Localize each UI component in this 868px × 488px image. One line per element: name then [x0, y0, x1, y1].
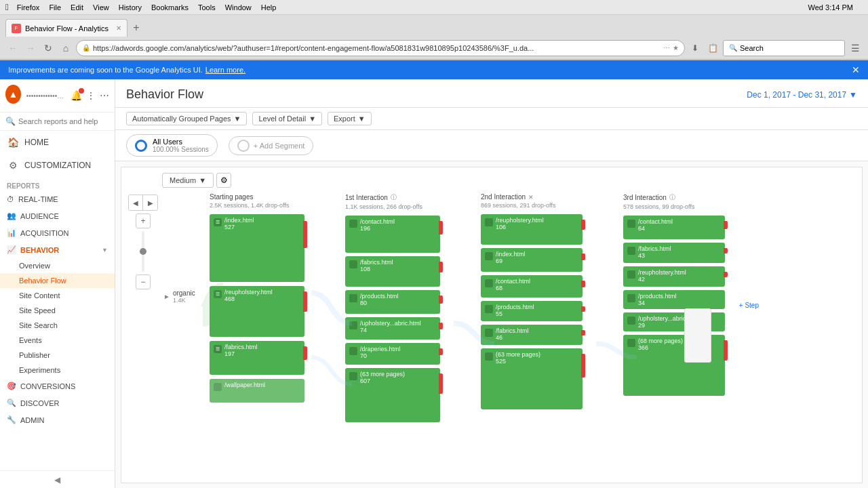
synced-tabs-icon[interactable]: 📋	[705, 41, 720, 56]
node-starting-3[interactable]: /wallpaper.html	[210, 379, 304, 403]
home-button[interactable]: ⌂	[58, 41, 73, 56]
banner-learn-more-link[interactable]: Learn more.	[205, 66, 245, 74]
apple-menu[interactable]: 	[5, 2, 9, 12]
macos-menubar:  Firefox File Edit View History Bookmar…	[0, 0, 868, 15]
add-segment-dot	[237, 140, 250, 152]
sidebar-item-admin[interactable]: 🔧 ADMIN	[0, 411, 115, 428]
download-icon[interactable]: ⬇	[688, 41, 703, 56]
zoom-in-button[interactable]: +	[136, 214, 151, 228]
sidebar-item-conversions[interactable]: 🎯 CONVERSIONS	[0, 378, 115, 394]
close-icon-3[interactable]: ⓘ	[669, 193, 675, 202]
flow-container[interactable]: Medium ▼ ⚙ ◀ ▶ +	[121, 167, 863, 483]
menu-firefox[interactable]: Firefox	[17, 3, 40, 12]
node-first-2[interactable]: /products.html80	[345, 290, 440, 314]
sidebar-sub-experiments[interactable]: Experiments	[0, 363, 115, 378]
banner-close-button[interactable]: ✕	[852, 64, 860, 75]
sidebar-sub-overview[interactable]: Overview	[0, 258, 115, 273]
sidebar-sub-site-speed[interactable]: Site Speed	[0, 303, 115, 318]
node-starting-1[interactable]: ☰ /reupholstery.html 468	[210, 286, 304, 337]
export-dropdown[interactable]: Export ▼	[328, 112, 372, 125]
reload-button[interactable]: ↻	[41, 41, 56, 56]
menu-bookmarks[interactable]: Bookmarks	[151, 3, 189, 12]
nav-right-button[interactable]: ▶	[143, 195, 157, 210]
sidebar-collapse-button[interactable]: ◀	[0, 471, 115, 488]
node-starting-0[interactable]: ☰ /index.html 527	[210, 214, 304, 282]
search-icon: 🔍	[5, 117, 16, 126]
node-second-1[interactable]: /index.html69	[481, 248, 583, 272]
sidebar-item-acquisition[interactable]: 📊 ACQUISITION	[0, 224, 115, 241]
node-name: /fabrics.html	[224, 344, 258, 350]
dropout-bar	[439, 262, 443, 272]
browser-menu-icon[interactable]: ☰	[848, 41, 863, 56]
node-first-5[interactable]: (63 more pages)607	[345, 368, 440, 422]
node-name: /fabrics.html	[496, 327, 529, 334]
close-icon-2[interactable]: ✕	[528, 194, 534, 201]
browser-search-bar[interactable]: 🔍 Search	[723, 40, 845, 56]
node-second-5[interactable]: (63 more pages)525	[481, 348, 583, 409]
zoom-out-button[interactable]: −	[136, 274, 151, 289]
grouped-pages-label: Automatically Grouped Pages	[132, 115, 231, 123]
sidebar-item-behavior[interactable]: 📈 BEHAVIOR ▼	[0, 241, 115, 258]
back-button[interactable]: ←	[5, 41, 20, 56]
menu-tools[interactable]: Tools	[198, 3, 216, 12]
menu-view[interactable]: View	[93, 3, 109, 12]
sidebar-item-customization[interactable]: ⚙ CUSTOMIZATION	[0, 154, 115, 177]
node-first-4[interactable]: /draperies.html70	[345, 343, 440, 365]
add-step-button[interactable]: + Step	[739, 302, 759, 309]
menu-edit[interactable]: Edit	[71, 3, 83, 12]
url-menu-icon[interactable]: ⋯	[663, 44, 670, 52]
more-options-icon[interactable]: ⋮	[86, 90, 96, 101]
new-tab-button[interactable]: +	[127, 19, 145, 37]
sidebar-sub-site-content[interactable]: Site Content	[0, 288, 115, 303]
tab-close-button[interactable]: ✕	[116, 24, 121, 32]
sidebar-item-audience[interactable]: 👥 AUDIENCE	[0, 207, 115, 224]
menu-history[interactable]: History	[119, 3, 142, 12]
sidebar-sub-publisher[interactable]: Publisher	[0, 348, 115, 363]
node-second-4[interactable]: /fabrics.html46	[481, 325, 583, 345]
node-third-1[interactable]: /fabrics.html43	[623, 243, 725, 263]
browser-tab-active[interactable]: F Behavior Flow - Analytics ✕	[5, 19, 127, 37]
medium-dropdown[interactable]: Medium ▼	[162, 173, 214, 188]
node-count: 468	[224, 296, 273, 302]
sidebar-sub-behavior-flow[interactable]: Behavior Flow	[0, 273, 115, 288]
sidebar-item-home[interactable]: 🏠 HOME	[0, 131, 115, 154]
sidebar-sub-site-search[interactable]: Site Search	[0, 318, 115, 333]
node-name: (68 more pages)	[638, 338, 683, 344]
step-placeholder	[684, 308, 711, 363]
add-segment-button[interactable]: + Add Segment	[229, 136, 314, 155]
search-reports-input[interactable]	[18, 117, 109, 125]
node-second-3[interactable]: /products.html55	[481, 301, 583, 321]
grouped-pages-dropdown[interactable]: Automatically Grouped Pages ▼	[126, 112, 247, 125]
all-users-segment[interactable]: All Users 100.00% Sessions	[126, 134, 218, 157]
node-starting-2[interactable]: ☰ /fabrics.html 197	[210, 341, 304, 375]
url-bar[interactable]: 🔒 https://adwords.google.com/analytics/w…	[76, 40, 685, 56]
notifications-icon[interactable]: 🔔	[71, 90, 82, 101]
apps-icon[interactable]: ⋯	[100, 90, 109, 101]
node-third-2[interactable]: /reupholstery.html42	[623, 266, 725, 287]
node-third-0[interactable]: /contact.html64	[623, 216, 725, 239]
forward-button[interactable]: →	[23, 41, 38, 56]
node-third-3[interactable]: /products.html34	[623, 290, 725, 309]
node-first-1[interactable]: /fabrics.html108	[345, 256, 440, 287]
node-first-0[interactable]: /contact.html196	[345, 216, 440, 253]
node-count: 525	[496, 358, 540, 365]
sidebar-item-realtime[interactable]: ⏱ REAL-TIME	[0, 191, 115, 207]
flow-settings-button[interactable]: ⚙	[216, 173, 231, 188]
audience-icon: 👥	[7, 211, 16, 220]
level-of-detail-dropdown[interactable]: Level of Detail ▼	[252, 112, 322, 125]
sidebar-sub-events[interactable]: Events	[0, 333, 115, 348]
node-count: 366	[638, 344, 683, 351]
dropout-bar	[439, 348, 443, 355]
sidebar-item-discover[interactable]: 🔍 DISCOVER	[0, 394, 115, 411]
menu-file[interactable]: File	[49, 3, 61, 12]
bookmark-icon[interactable]: ★	[673, 44, 679, 52]
menu-window[interactable]: Window	[225, 3, 252, 12]
node-first-3[interactable]: /upholstery...abric.html74	[345, 317, 440, 340]
menu-help[interactable]: Help	[261, 3, 277, 12]
zoom-slider-handle[interactable]	[140, 248, 146, 255]
date-range-picker[interactable]: Dec 1, 2017 - Dec 31, 2017 ▼	[747, 90, 857, 100]
node-second-0[interactable]: /reupholstery.html106	[481, 214, 583, 245]
node-text: /wallpaper.html	[224, 382, 265, 388]
node-second-2[interactable]: /contact.html68	[481, 275, 583, 298]
nav-left-button[interactable]: ◀	[129, 195, 143, 210]
